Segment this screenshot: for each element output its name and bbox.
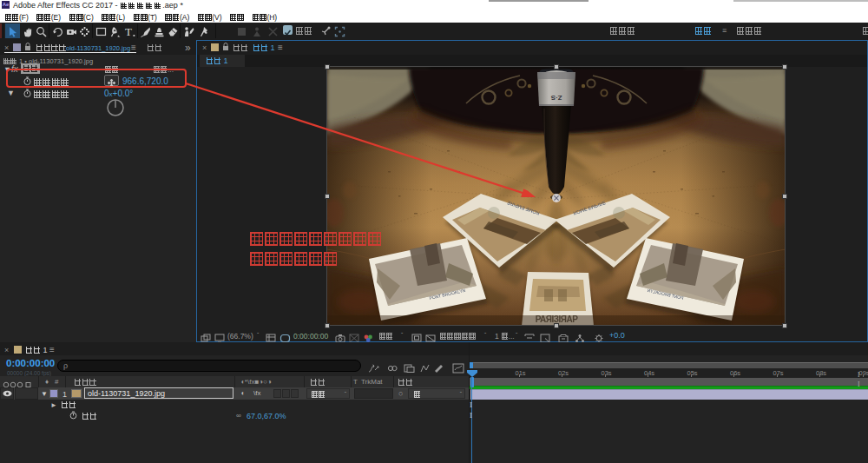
svg-text:T: T <box>125 26 132 37</box>
